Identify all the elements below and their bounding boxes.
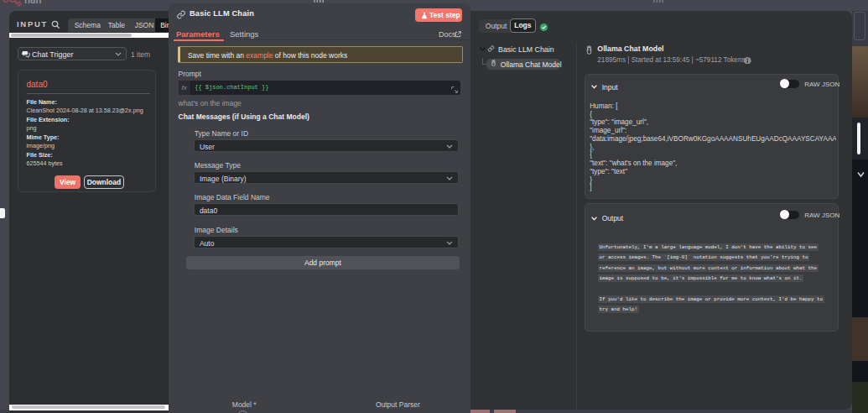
- svg-text:n8n: n8n: [24, 0, 41, 5]
